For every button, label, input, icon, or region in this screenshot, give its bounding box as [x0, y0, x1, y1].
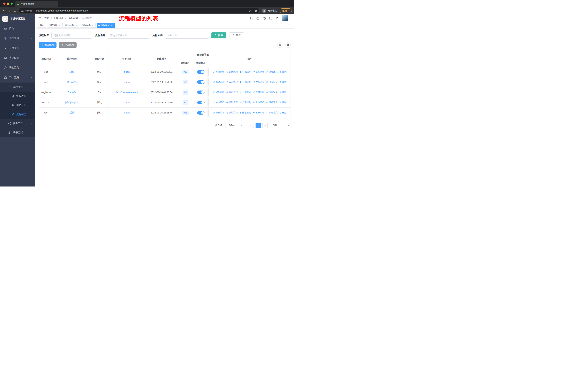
tag-close-icon[interactable] — [58, 24, 61, 27]
reset-button[interactable]: 重置 — [229, 32, 244, 39]
active-toggle[interactable] — [197, 101, 205, 104]
form-info-link[interactable]: biubiu — [124, 81, 130, 83]
action-publish-link[interactable]: 发布流程 — [253, 70, 264, 73]
help-icon[interactable] — [263, 17, 266, 20]
back-button[interactable] — [1, 8, 7, 13]
tag-close-icon[interactable] — [75, 24, 77, 27]
bookmark-star-icon[interactable] — [253, 8, 258, 13]
action-modify-link[interactable]: 修改流程 — [213, 70, 224, 73]
sidebar-item-user-group[interactable]: 用户分组 — [0, 101, 35, 110]
action-definition-link[interactable]: 流程定义 — [266, 101, 278, 104]
form-info-link[interactable]: /bpm/oa/leave/create — [116, 91, 138, 94]
sidebar-item-system[interactable]: 系统管理 — [0, 33, 35, 43]
action-delete-link[interactable]: 删除 — [279, 91, 286, 94]
action-design-link[interactable]: 设计流程 — [226, 101, 238, 104]
action-modify-link[interactable]: 修改流程 — [213, 81, 224, 84]
action-delete-link[interactable]: 删除 — [279, 111, 286, 114]
sidebar-item-infrastructure[interactable]: 基础设施 — [0, 53, 35, 63]
action-delete-link[interactable]: 删除 — [279, 81, 286, 84]
search-button[interactable]: 搜索 — [211, 32, 226, 39]
action-design-link[interactable]: 设计流程 — [226, 91, 238, 94]
process-name-link[interactable]: 测试多审批人 — [65, 101, 79, 104]
action-delete-link[interactable]: 删除 — [279, 70, 286, 73]
sidebar-item-devtools[interactable]: 研发工具 — [0, 63, 35, 73]
create-process-button[interactable]: 新建流程 — [39, 42, 56, 48]
current-page-button[interactable]: 1 — [256, 123, 261, 128]
action-modify-link[interactable]: 修改流程 — [213, 111, 224, 114]
refresh-table-button[interactable] — [285, 42, 291, 48]
next-page-button[interactable] — [262, 123, 268, 128]
close-window-button[interactable] — [3, 2, 5, 5]
font-size-icon[interactable] — [275, 17, 279, 20]
process-name-link[interactable]: 自己审批 — [67, 81, 77, 83]
maximize-window-button[interactable] — [10, 2, 13, 5]
fullscreen-icon[interactable] — [269, 17, 272, 20]
github-icon[interactable] — [256, 17, 260, 20]
action-assign-rule-link[interactable]: 分配规则 — [240, 91, 251, 94]
action-modify-link[interactable]: 修改流程 — [213, 101, 224, 104]
new-tab-button[interactable] — [59, 1, 64, 7]
sidebar-item-home[interactable]: 首页 — [0, 23, 35, 33]
tag-home[interactable]: 首页 — [38, 23, 46, 28]
active-toggle[interactable] — [197, 111, 205, 115]
tag-process-form[interactable]: 流程表单 — [80, 23, 96, 28]
minimize-window-button[interactable] — [7, 2, 9, 5]
action-design-link[interactable]: 设计流程 — [226, 70, 238, 73]
sidebar-item-process-model[interactable]: 流程模型 — [0, 110, 35, 119]
active-toggle[interactable] — [197, 70, 205, 74]
action-assign-rule-link[interactable]: 分配规则 — [240, 70, 251, 73]
process-id-input[interactable] — [51, 32, 92, 39]
goto-page-input[interactable] — [279, 123, 286, 128]
process-category-select[interactable]: 流程分类 — [165, 32, 208, 39]
action-design-link[interactable]: 设计流程 — [226, 81, 238, 84]
breadcrumb-process-management[interactable]: 流程管理 — [68, 17, 78, 20]
action-publish-link[interactable]: 发布流程 — [253, 111, 264, 114]
import-process-button[interactable]: 导入流程 — [59, 42, 77, 48]
process-name-link[interactable]: OA 请假 — [68, 91, 76, 94]
toggle-search-button[interactable] — [277, 42, 283, 48]
form-info-link[interactable]: biubiu — [124, 101, 130, 104]
tab-close-icon[interactable] — [53, 3, 56, 6]
process-name-input[interactable] — [108, 32, 149, 39]
breadcrumb-workflow[interactable]: 工作流程 — [53, 17, 64, 20]
sidebar-item-task-management[interactable]: 任务管理 — [0, 119, 35, 128]
action-publish-link[interactable]: 发布流程 — [253, 91, 264, 94]
search-icon[interactable] — [250, 17, 253, 20]
action-definition-link[interactable]: 流程定义 — [266, 111, 278, 114]
action-assign-rule-link[interactable]: 分配规则 — [240, 111, 251, 114]
process-name-link[interactable]: eeee — [69, 71, 74, 73]
tag-tenant-management[interactable]: 租户管理 — [47, 23, 63, 28]
browser-tab[interactable]: 芋道管理系统 — [15, 1, 58, 7]
action-assign-rule-link[interactable]: 分配规则 — [240, 81, 251, 84]
avatar[interactable] — [282, 15, 288, 21]
active-toggle[interactable] — [197, 80, 205, 84]
tag-close-icon[interactable] — [110, 24, 113, 27]
action-design-link[interactable]: 设计流程 — [226, 111, 238, 114]
update-button[interactable]: 更新 — [280, 8, 292, 13]
form-info-link[interactable]: biubiu — [124, 71, 130, 73]
action-publish-link[interactable]: 发布流程 — [253, 81, 264, 84]
form-info-link[interactable]: biubiu — [124, 111, 130, 114]
action-assign-rule-link[interactable]: 分配规则 — [240, 101, 251, 104]
tag-process-model-active[interactable]: 流程模型 — [97, 23, 115, 28]
action-modify-link[interactable]: 修改流程 — [213, 91, 224, 94]
forward-button[interactable] — [7, 8, 12, 13]
action-delete-link[interactable]: 删除 — [279, 101, 286, 104]
action-definition-link[interactable]: 流程定义 — [266, 91, 278, 94]
sidebar-item-workflow[interactable]: 工作流程 — [0, 73, 35, 82]
active-toggle[interactable] — [197, 91, 205, 94]
hamburger-menu-icon[interactable] — [38, 17, 42, 20]
action-publish-link[interactable]: 发布流程 — [253, 101, 264, 104]
browser-menu-dots-icon[interactable] — [288, 9, 291, 12]
sidebar-item-payment[interactable]: 支付管理 — [0, 43, 35, 53]
page-size-select[interactable]: 10条/页 — [225, 123, 244, 128]
password-key-icon[interactable] — [248, 8, 252, 13]
action-definition-link[interactable]: 流程定义 — [266, 70, 278, 73]
sidebar-item-leave-query[interactable]: 请假查询 — [0, 128, 35, 137]
breadcrumb-home[interactable]: 首页 — [44, 17, 49, 20]
tag-my-process[interactable]: 我的流程 — [64, 23, 79, 28]
reload-button[interactable] — [12, 8, 18, 13]
tag-close-icon[interactable] — [92, 24, 94, 27]
sidebar-item-process-management[interactable]: 流程管理 — [0, 82, 35, 92]
sidebar-item-process-form[interactable]: 流程表单 — [0, 92, 35, 101]
